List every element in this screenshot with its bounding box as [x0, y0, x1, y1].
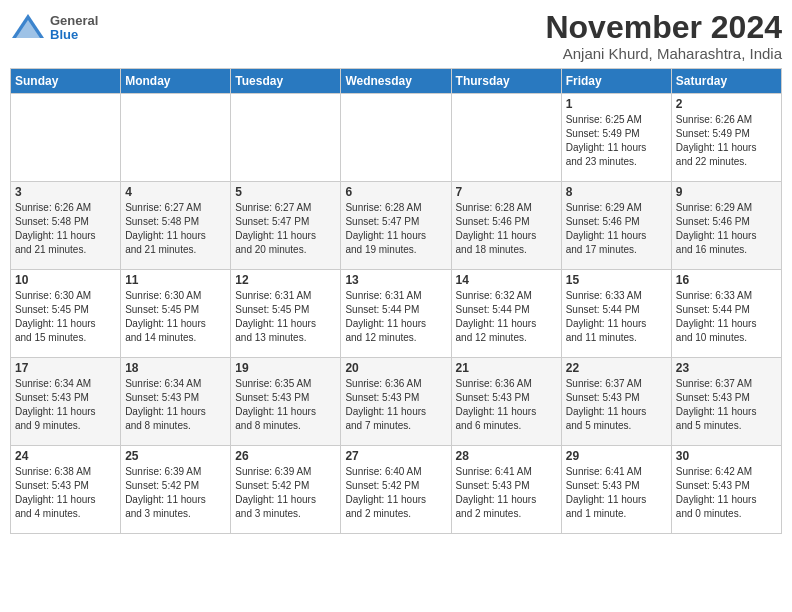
day-number: 29	[566, 449, 667, 463]
weekday-sunday: Sunday	[11, 69, 121, 94]
logo-blue: Blue	[50, 28, 98, 42]
calendar-cell: 27Sunrise: 6:40 AM Sunset: 5:42 PM Dayli…	[341, 446, 451, 534]
calendar-cell: 18Sunrise: 6:34 AM Sunset: 5:43 PM Dayli…	[121, 358, 231, 446]
day-number: 11	[125, 273, 226, 287]
calendar-cell	[451, 94, 561, 182]
calendar-cell: 30Sunrise: 6:42 AM Sunset: 5:43 PM Dayli…	[671, 446, 781, 534]
day-info: Sunrise: 6:28 AM Sunset: 5:46 PM Dayligh…	[456, 201, 557, 257]
calendar-week-4: 17Sunrise: 6:34 AM Sunset: 5:43 PM Dayli…	[11, 358, 782, 446]
day-number: 8	[566, 185, 667, 199]
day-number: 5	[235, 185, 336, 199]
calendar-cell: 8Sunrise: 6:29 AM Sunset: 5:46 PM Daylig…	[561, 182, 671, 270]
logo-text: General Blue	[50, 14, 98, 43]
day-info: Sunrise: 6:37 AM Sunset: 5:43 PM Dayligh…	[676, 377, 777, 433]
day-info: Sunrise: 6:42 AM Sunset: 5:43 PM Dayligh…	[676, 465, 777, 521]
calendar-cell	[11, 94, 121, 182]
day-number: 26	[235, 449, 336, 463]
calendar-cell: 15Sunrise: 6:33 AM Sunset: 5:44 PM Dayli…	[561, 270, 671, 358]
day-number: 25	[125, 449, 226, 463]
location: Anjani Khurd, Maharashtra, India	[545, 45, 782, 62]
calendar-cell: 19Sunrise: 6:35 AM Sunset: 5:43 PM Dayli…	[231, 358, 341, 446]
day-info: Sunrise: 6:39 AM Sunset: 5:42 PM Dayligh…	[235, 465, 336, 521]
weekday-row: Sunday Monday Tuesday Wednesday Thursday…	[11, 69, 782, 94]
day-number: 23	[676, 361, 777, 375]
day-info: Sunrise: 6:33 AM Sunset: 5:44 PM Dayligh…	[566, 289, 667, 345]
calendar-week-2: 3Sunrise: 6:26 AM Sunset: 5:48 PM Daylig…	[11, 182, 782, 270]
day-info: Sunrise: 6:29 AM Sunset: 5:46 PM Dayligh…	[566, 201, 667, 257]
day-number: 30	[676, 449, 777, 463]
calendar-header: Sunday Monday Tuesday Wednesday Thursday…	[11, 69, 782, 94]
day-info: Sunrise: 6:34 AM Sunset: 5:43 PM Dayligh…	[125, 377, 226, 433]
day-number: 4	[125, 185, 226, 199]
calendar-cell	[121, 94, 231, 182]
calendar-cell: 21Sunrise: 6:36 AM Sunset: 5:43 PM Dayli…	[451, 358, 561, 446]
day-info: Sunrise: 6:25 AM Sunset: 5:49 PM Dayligh…	[566, 113, 667, 169]
day-number: 28	[456, 449, 557, 463]
calendar-cell: 26Sunrise: 6:39 AM Sunset: 5:42 PM Dayli…	[231, 446, 341, 534]
day-info: Sunrise: 6:40 AM Sunset: 5:42 PM Dayligh…	[345, 465, 446, 521]
month-title: November 2024	[545, 10, 782, 45]
day-number: 13	[345, 273, 446, 287]
day-info: Sunrise: 6:35 AM Sunset: 5:43 PM Dayligh…	[235, 377, 336, 433]
day-number: 17	[15, 361, 116, 375]
day-number: 18	[125, 361, 226, 375]
calendar-cell: 16Sunrise: 6:33 AM Sunset: 5:44 PM Dayli…	[671, 270, 781, 358]
logo-icon	[10, 10, 46, 46]
calendar-cell: 2Sunrise: 6:26 AM Sunset: 5:49 PM Daylig…	[671, 94, 781, 182]
day-number: 21	[456, 361, 557, 375]
calendar-cell: 9Sunrise: 6:29 AM Sunset: 5:46 PM Daylig…	[671, 182, 781, 270]
day-number: 15	[566, 273, 667, 287]
day-info: Sunrise: 6:38 AM Sunset: 5:43 PM Dayligh…	[15, 465, 116, 521]
calendar-body: 1Sunrise: 6:25 AM Sunset: 5:49 PM Daylig…	[11, 94, 782, 534]
day-info: Sunrise: 6:26 AM Sunset: 5:49 PM Dayligh…	[676, 113, 777, 169]
day-info: Sunrise: 6:36 AM Sunset: 5:43 PM Dayligh…	[345, 377, 446, 433]
calendar-cell	[231, 94, 341, 182]
day-info: Sunrise: 6:30 AM Sunset: 5:45 PM Dayligh…	[125, 289, 226, 345]
calendar-cell: 23Sunrise: 6:37 AM Sunset: 5:43 PM Dayli…	[671, 358, 781, 446]
day-number: 6	[345, 185, 446, 199]
day-number: 22	[566, 361, 667, 375]
calendar-cell: 14Sunrise: 6:32 AM Sunset: 5:44 PM Dayli…	[451, 270, 561, 358]
day-number: 12	[235, 273, 336, 287]
day-info: Sunrise: 6:31 AM Sunset: 5:45 PM Dayligh…	[235, 289, 336, 345]
calendar-cell: 22Sunrise: 6:37 AM Sunset: 5:43 PM Dayli…	[561, 358, 671, 446]
day-number: 3	[15, 185, 116, 199]
calendar-table: Sunday Monday Tuesday Wednesday Thursday…	[10, 68, 782, 534]
day-info: Sunrise: 6:33 AM Sunset: 5:44 PM Dayligh…	[676, 289, 777, 345]
day-number: 16	[676, 273, 777, 287]
day-number: 2	[676, 97, 777, 111]
calendar-cell: 24Sunrise: 6:38 AM Sunset: 5:43 PM Dayli…	[11, 446, 121, 534]
day-number: 19	[235, 361, 336, 375]
calendar-cell: 10Sunrise: 6:30 AM Sunset: 5:45 PM Dayli…	[11, 270, 121, 358]
day-number: 24	[15, 449, 116, 463]
day-number: 7	[456, 185, 557, 199]
logo: General Blue	[10, 10, 98, 46]
day-number: 1	[566, 97, 667, 111]
day-info: Sunrise: 6:41 AM Sunset: 5:43 PM Dayligh…	[456, 465, 557, 521]
logo-general: General	[50, 14, 98, 28]
weekday-tuesday: Tuesday	[231, 69, 341, 94]
calendar-cell: 5Sunrise: 6:27 AM Sunset: 5:47 PM Daylig…	[231, 182, 341, 270]
day-info: Sunrise: 6:27 AM Sunset: 5:47 PM Dayligh…	[235, 201, 336, 257]
weekday-friday: Friday	[561, 69, 671, 94]
calendar-cell: 3Sunrise: 6:26 AM Sunset: 5:48 PM Daylig…	[11, 182, 121, 270]
day-number: 9	[676, 185, 777, 199]
day-number: 27	[345, 449, 446, 463]
day-info: Sunrise: 6:37 AM Sunset: 5:43 PM Dayligh…	[566, 377, 667, 433]
day-info: Sunrise: 6:32 AM Sunset: 5:44 PM Dayligh…	[456, 289, 557, 345]
day-info: Sunrise: 6:34 AM Sunset: 5:43 PM Dayligh…	[15, 377, 116, 433]
day-info: Sunrise: 6:28 AM Sunset: 5:47 PM Dayligh…	[345, 201, 446, 257]
calendar-cell: 11Sunrise: 6:30 AM Sunset: 5:45 PM Dayli…	[121, 270, 231, 358]
calendar-cell: 13Sunrise: 6:31 AM Sunset: 5:44 PM Dayli…	[341, 270, 451, 358]
title-area: November 2024 Anjani Khurd, Maharashtra,…	[545, 10, 782, 62]
calendar-cell: 17Sunrise: 6:34 AM Sunset: 5:43 PM Dayli…	[11, 358, 121, 446]
calendar-cell: 7Sunrise: 6:28 AM Sunset: 5:46 PM Daylig…	[451, 182, 561, 270]
weekday-monday: Monday	[121, 69, 231, 94]
day-number: 10	[15, 273, 116, 287]
day-info: Sunrise: 6:41 AM Sunset: 5:43 PM Dayligh…	[566, 465, 667, 521]
calendar-week-5: 24Sunrise: 6:38 AM Sunset: 5:43 PM Dayli…	[11, 446, 782, 534]
weekday-thursday: Thursday	[451, 69, 561, 94]
calendar-cell	[341, 94, 451, 182]
calendar-cell: 12Sunrise: 6:31 AM Sunset: 5:45 PM Dayli…	[231, 270, 341, 358]
weekday-wednesday: Wednesday	[341, 69, 451, 94]
